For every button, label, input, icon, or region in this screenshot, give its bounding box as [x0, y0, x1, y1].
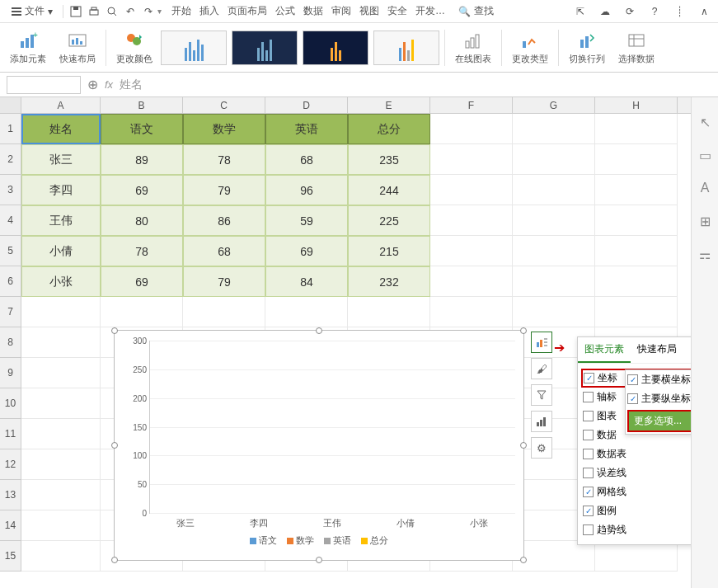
help-icon[interactable]: ? [645, 2, 664, 21]
checkbox-primary-v-axis[interactable]: 主要纵坐标轴 [626, 389, 691, 408]
cell[interactable] [595, 144, 678, 175]
cell[interactable] [21, 449, 101, 480]
save-icon[interactable] [67, 2, 85, 21]
row-header[interactable]: 15 [0, 541, 21, 572]
cell[interactable]: 语文 [101, 114, 183, 144]
row-header[interactable]: 6 [0, 266, 21, 297]
cell[interactable] [21, 327, 101, 358]
ribbon-tab[interactable]: 开始 [168, 4, 195, 18]
resize-handle[interactable] [111, 327, 118, 334]
pane-tab-layout[interactable]: 快速布局 [631, 337, 683, 363]
resize-handle[interactable] [520, 327, 527, 334]
cell[interactable]: 235 [348, 144, 430, 175]
cell[interactable] [21, 388, 101, 419]
dropdown-icon[interactable]: ▾ [157, 7, 162, 16]
cell[interactable] [595, 175, 678, 205]
switch-rowcol-button[interactable]: 切换行列 [564, 30, 610, 65]
settings-icon[interactable]: ⚎ [697, 246, 713, 262]
cell[interactable]: 215 [348, 236, 430, 266]
checkbox-gridlines[interactable]: 网格线 [581, 482, 691, 501]
chart-style-1[interactable] [161, 31, 227, 65]
change-type-button[interactable]: 更改类型 [507, 30, 553, 65]
cell[interactable]: 68 [183, 236, 265, 266]
cell[interactable] [101, 297, 183, 327]
print-icon[interactable] [85, 2, 103, 21]
cell[interactable]: 张三 [21, 144, 101, 175]
formula-input[interactable] [120, 78, 711, 92]
cursor-icon[interactable]: ↖ [697, 114, 713, 130]
resize-handle[interactable] [520, 557, 527, 563]
ribbon-tab[interactable]: 公式 [272, 4, 298, 18]
resize-handle[interactable] [111, 557, 118, 563]
cell[interactable]: 244 [348, 175, 430, 205]
checkbox-legend[interactable]: 图例 [581, 501, 691, 520]
cell[interactable]: 79 [183, 266, 265, 297]
select-icon[interactable]: ▭ [697, 147, 713, 163]
cell[interactable] [595, 205, 678, 236]
cell[interactable] [21, 541, 101, 572]
undo-icon[interactable]: ↶ [121, 2, 139, 21]
legend-item[interactable]: 总分 [361, 534, 388, 547]
cell[interactable] [595, 297, 678, 327]
cell[interactable] [430, 114, 513, 144]
cell[interactable] [430, 175, 513, 205]
grid-icon[interactable]: ⊞ [697, 213, 713, 229]
text-style-icon[interactable]: A [697, 180, 713, 196]
column-header[interactable]: D [265, 97, 348, 113]
cell[interactable] [513, 205, 595, 236]
chart-style-2[interactable] [232, 31, 298, 65]
cell[interactable] [513, 144, 595, 175]
chart-style-gallery[interactable] [161, 31, 439, 65]
cell[interactable] [21, 358, 101, 388]
cell[interactable]: 李四 [21, 175, 101, 205]
chart-plot-area[interactable]: 050100150200250300 [149, 341, 515, 514]
ribbon-tab[interactable]: 视图 [356, 4, 382, 18]
quick-layout-button[interactable]: 快速布局 [54, 30, 101, 65]
cell[interactable]: 225 [348, 205, 430, 236]
chart-object[interactable]: 050100150200250300 张三李四王伟小倩小张 语文数学英语总分 [114, 330, 524, 561]
checkbox-trendline[interactable]: 趋势线 [581, 520, 691, 539]
cell[interactable]: 王伟 [21, 205, 101, 236]
preview-icon[interactable] [103, 2, 121, 21]
cell[interactable] [595, 541, 678, 572]
ribbon-tab[interactable]: 开发… [412, 4, 448, 18]
column-header[interactable]: G [513, 97, 595, 113]
cell[interactable]: 68 [265, 144, 348, 175]
column-header[interactable]: E [348, 97, 430, 113]
sync-icon[interactable]: ⟳ [621, 2, 639, 21]
cell[interactable] [595, 266, 678, 297]
chart-legend[interactable]: 语文数学英语总分 [123, 534, 515, 547]
column-header[interactable]: C [183, 97, 265, 113]
cell[interactable] [430, 205, 513, 236]
ribbon-tab[interactable]: 插入 [196, 4, 223, 18]
row-header[interactable]: 13 [0, 480, 21, 510]
cell[interactable] [21, 510, 101, 541]
ribbon-tab[interactable]: 数据 [300, 4, 326, 18]
select-data-button[interactable]: 选择数据 [613, 30, 659, 65]
cell[interactable] [430, 144, 513, 175]
collapse-icon[interactable]: ∧ [695, 2, 713, 21]
cell[interactable] [595, 236, 678, 266]
change-color-button[interactable]: 更改颜色 [111, 30, 157, 65]
redo-icon[interactable]: ↷ [139, 2, 157, 21]
select-all-corner[interactable] [0, 97, 21, 113]
cell[interactable]: 96 [265, 175, 348, 205]
cell[interactable] [513, 297, 595, 327]
checkbox-data-table[interactable]: 数据表 [581, 445, 691, 463]
file-menu[interactable]: 文件 ▾ [5, 4, 59, 18]
cell[interactable]: 英语 [265, 114, 348, 144]
row-header[interactable]: 9 [0, 358, 21, 388]
chart-settings-button[interactable]: ⚙ [531, 437, 552, 459]
chart-styles-button[interactable]: 🖌 [531, 358, 552, 379]
column-header[interactable]: F [430, 97, 513, 113]
online-chart-button[interactable]: 在线图表 [450, 30, 496, 65]
column-header[interactable]: B [101, 97, 183, 113]
name-box[interactable] [7, 76, 81, 94]
resize-handle[interactable] [316, 327, 322, 334]
cell[interactable] [348, 297, 430, 327]
cell[interactable]: 姓名 [21, 114, 101, 144]
cell[interactable] [183, 297, 265, 327]
cell[interactable]: 69 [101, 175, 183, 205]
legend-item[interactable]: 数学 [287, 534, 314, 547]
cell[interactable]: 84 [265, 266, 348, 297]
